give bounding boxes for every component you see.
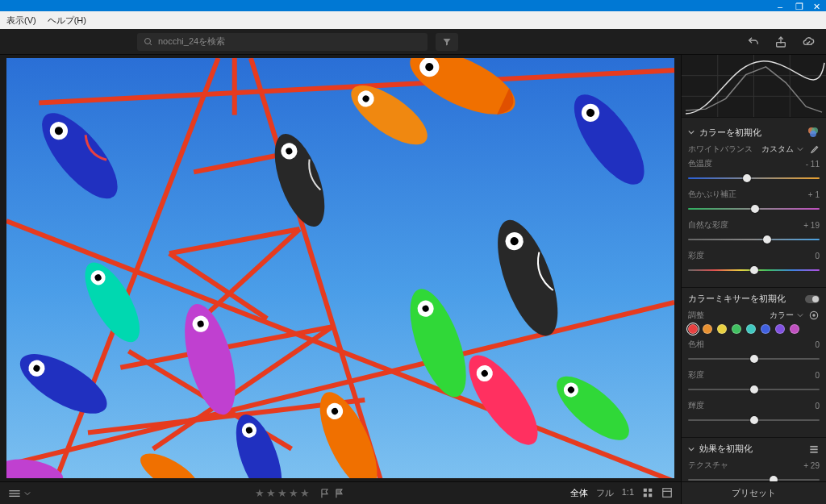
undo-button[interactable] (744, 32, 763, 52)
svg-point-43 (308, 385, 388, 478)
filmstrip-toggle[interactable] (8, 489, 31, 498)
svg-point-13 (342, 75, 436, 156)
panel-menu-icon[interactable] (808, 444, 820, 455)
presets-button[interactable]: プリセット (681, 481, 826, 504)
wb-dropdown[interactable]: カスタム (761, 144, 803, 155)
temp-slider[interactable] (688, 173, 820, 184)
tint-value: + 1 (808, 190, 820, 199)
color-swatch[interactable] (775, 324, 785, 334)
color-swatch[interactable] (732, 324, 741, 334)
filter-button[interactable] (436, 33, 458, 51)
chevron-down-icon (24, 490, 31, 497)
search-placeholder: nocchi_24を検索 (158, 35, 225, 48)
svg-point-25 (486, 213, 570, 344)
mixer-adjust-dropdown[interactable]: カラー (770, 310, 803, 321)
eyedropper-icon[interactable] (808, 144, 820, 155)
hue-value: 0 (815, 340, 820, 349)
saturation-value: 0 (815, 252, 820, 260)
edited-photo (6, 58, 674, 478)
svg-rect-65 (810, 445, 817, 447)
chevron-down-icon[interactable] (688, 129, 695, 135)
svg-point-22 (561, 84, 657, 195)
mixer-sat-slider[interactable] (688, 384, 820, 395)
info-view-icon[interactable] (661, 487, 673, 498)
svg-point-28 (398, 282, 478, 404)
view-1to1[interactable]: 1:1 (622, 487, 634, 499)
view-fit[interactable]: 全体 (570, 487, 588, 499)
luminance-slider[interactable] (688, 414, 820, 426)
undo-icon (747, 35, 760, 48)
svg-point-31 (457, 345, 549, 454)
tint-slider[interactable] (688, 203, 820, 215)
luminance-label: 輝度 (688, 400, 810, 411)
panel-effects: 効果を初期化 テクスチャ+ 29 明瞭度+ 20 かすみの除去+ 15 周辺光量… (682, 438, 826, 481)
chevron-down-icon (797, 312, 803, 319)
target-adjust-icon[interactable] (808, 310, 820, 321)
vibrance-value: + 19 (803, 221, 820, 230)
mixer-toggle[interactable] (805, 295, 820, 303)
luminance-value: 0 (815, 402, 820, 410)
svg-point-64 (813, 314, 815, 316)
color-swatch[interactable] (688, 324, 698, 334)
rating-stars[interactable]: ★★★★★ (255, 487, 311, 499)
flag-reject-icon[interactable] (334, 488, 345, 499)
cloud-status-button[interactable] (799, 32, 818, 52)
svg-point-62 (810, 131, 816, 137)
svg-point-16 (265, 127, 335, 232)
window-titlebar: – ❐ ✕ (0, 0, 826, 11)
svg-point-52 (135, 446, 204, 478)
temp-label: 色温度 (688, 158, 801, 169)
color-swatch[interactable] (703, 324, 712, 334)
svg-rect-73 (644, 494, 647, 497)
svg-rect-72 (649, 489, 652, 492)
svg-line-1 (150, 43, 152, 45)
vibrance-label: 自然な彩度 (688, 219, 799, 231)
filmstrip-icon (8, 489, 21, 498)
texture-label: テクスチャ (688, 460, 799, 471)
svg-point-53 (6, 455, 65, 478)
svg-point-0 (145, 38, 151, 44)
tint-label: 色かぶり補正 (688, 189, 803, 200)
share-icon (774, 35, 787, 48)
image-canvas[interactable] (0, 55, 681, 481)
hue-label: 色相 (688, 339, 810, 350)
hue-slider[interactable] (688, 353, 820, 364)
panel-effects-title: 効果を初期化 (699, 443, 803, 455)
search-input[interactable]: nocchi_24を検索 (137, 33, 428, 51)
svg-rect-74 (649, 494, 652, 497)
search-icon (144, 37, 153, 47)
color-swatch[interactable] (790, 324, 799, 334)
histogram[interactable] (682, 55, 826, 118)
vibrance-slider[interactable] (688, 234, 820, 245)
menu-view[interactable]: 表示(V) (6, 15, 36, 27)
menu-help[interactable]: ヘルプ(H) (48, 15, 86, 27)
chevron-down-icon[interactable] (688, 446, 695, 452)
saturation-slider[interactable] (688, 264, 820, 276)
panel-mixer-title: カラーミキサーを初期化 (688, 293, 800, 305)
flag-pick-icon[interactable] (319, 488, 331, 499)
saturation-label: 彩度 (688, 250, 810, 261)
color-swatch[interactable] (761, 324, 770, 334)
window-maximize-button[interactable]: ❐ (795, 2, 803, 10)
chevron-down-icon (797, 146, 803, 152)
mixer-sat-label: 彩度 (688, 369, 810, 381)
share-button[interactable] (771, 32, 791, 52)
edit-panel: カラーを初期化 ホワイトバランス カスタム 色温度- 11 色かぶり補正+ 1 … (681, 55, 826, 481)
mixer-sat-value: 0 (815, 371, 820, 380)
color-swatch[interactable] (746, 324, 756, 334)
svg-point-10 (401, 58, 524, 127)
menu-bar: 表示(V) ヘルプ(H) (0, 11, 826, 29)
mixer-adjust-label: 調整 (688, 310, 765, 321)
window-minimize-button[interactable]: – (778, 2, 786, 10)
panel-color-title: カラーを初期化 (699, 127, 802, 139)
window-close-button[interactable]: ✕ (813, 2, 821, 10)
color-swatch[interactable] (717, 324, 727, 334)
texture-value: + 29 (803, 461, 820, 470)
grid-view-icon[interactable] (642, 487, 653, 498)
panel-color-mixer: カラーミキサーを初期化 調整 カラー 色相0 彩度0 輝度0 (682, 288, 826, 438)
svg-point-19 (30, 102, 131, 210)
cloud-check-icon (802, 35, 815, 48)
color-grading-icon[interactable] (807, 126, 820, 139)
view-fill[interactable]: フル (596, 487, 614, 499)
texture-slider[interactable] (688, 474, 820, 481)
